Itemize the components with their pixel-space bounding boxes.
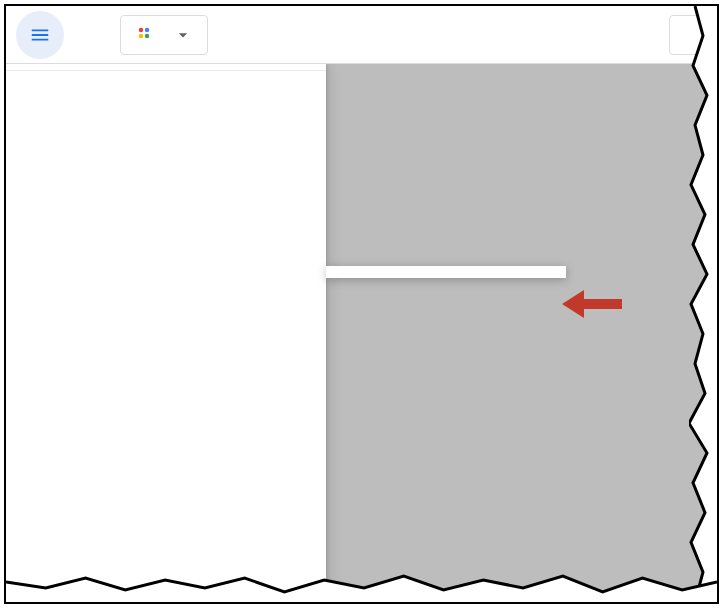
header-bar xyxy=(6,6,717,64)
project-dots-icon xyxy=(135,24,153,46)
project-selector[interactable] xyxy=(120,15,208,55)
svg-point-2 xyxy=(139,33,144,38)
svg-point-0 xyxy=(139,27,144,32)
pinned-section-title xyxy=(6,77,326,107)
menu-button[interactable] xyxy=(16,11,64,59)
apis-submenu xyxy=(326,266,566,278)
hamburger-icon xyxy=(29,24,51,46)
torn-edge-right xyxy=(689,6,719,602)
sidebar-divider xyxy=(6,70,326,71)
svg-point-1 xyxy=(145,27,150,32)
annotation-arrow xyxy=(562,286,624,326)
torn-edge-bottom xyxy=(6,574,717,604)
navigation-sidebar xyxy=(6,64,326,602)
dropdown-icon xyxy=(173,25,193,45)
svg-point-3 xyxy=(145,33,150,38)
